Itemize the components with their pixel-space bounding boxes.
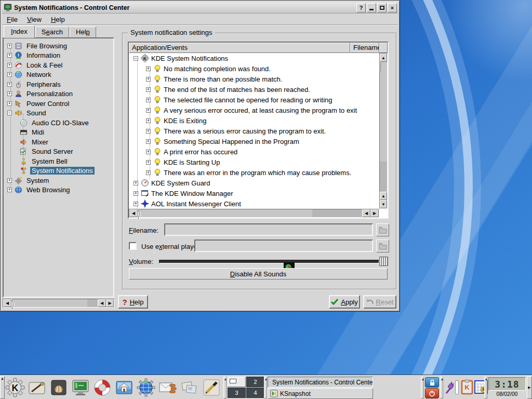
expander-icon[interactable]: + [7,53,12,58]
sidebar-item-look-feel[interactable]: + Look & Feel [4,60,113,70]
expander-icon[interactable]: + [7,101,12,106]
expander-icon[interactable]: + [146,108,151,113]
event-row[interactable]: + Something Special Happened in the Prog… [129,136,379,147]
sidebar-item-mixer[interactable]: Mixer [4,137,113,147]
konqueror-button[interactable] [136,377,156,398]
expander-icon[interactable]: + [146,150,151,154]
app-row-window-manager[interactable]: + The KDE Window Manager [129,188,379,198]
expander-icon[interactable]: + [7,63,12,68]
pen-button[interactable] [201,377,222,398]
minimize-button[interactable] [367,3,376,12]
event-row[interactable]: + KDE is Exiting [129,115,379,126]
expander-icon[interactable]: + [7,188,12,192]
scroll-up-button[interactable]: ▲ [380,54,387,62]
pager-desktop-3[interactable]: 3 [228,388,246,398]
sidebar-horizontal-scrollbar[interactable]: ◀ ◀ ▶ [3,299,114,308]
tab-search[interactable]: Search [35,26,69,38]
maximize-button[interactable] [377,3,387,12]
panel-hide-right-button[interactable]: ▶ [527,376,532,399]
sidebar-item-peripherals[interactable]: + Peripherals [4,79,113,89]
pager-desktop-4[interactable]: 4 [246,388,264,398]
sidebar-item-midi[interactable]: Midi [4,128,113,138]
expander-icon[interactable]: + [7,82,12,87]
scroll-left-button-2[interactable]: ◀ [98,299,106,307]
list-root-kde-system-notifications[interactable]: − K KDE System Notifications [129,53,379,63]
panel-hide-left-button[interactable]: ▲ [0,376,5,399]
konsole-button[interactable] [48,377,69,398]
scroll-left-button-2[interactable]: ◀ [362,209,370,217]
reset-button[interactable]: Reset [363,295,396,309]
tab-help[interactable]: Help [70,26,96,38]
column-filename[interactable]: Filename [350,43,379,53]
expander-icon[interactable]: + [146,139,151,144]
expander-icon[interactable]: + [7,44,12,48]
event-row[interactable]: + There is more than one possible match. [129,74,379,84]
scrollbar-thumb[interactable] [11,299,12,309]
scroll-up-button-2[interactable]: ▲ [380,192,387,200]
disable-all-sounds-button[interactable]: Disable All Sounds [129,268,388,280]
sidebar-item-power-control[interactable]: + Power Control [4,99,113,109]
k-menu-button[interactable]: K [5,377,25,398]
lock-screen-button[interactable] [425,377,439,388]
home-folder-button[interactable] [114,377,135,398]
collapse-icon[interactable]: − [7,111,12,115]
scrollbar-thumb[interactable] [380,61,381,71]
sidebar-item-sound-server[interactable]: Sound Server [4,147,113,157]
expander-icon[interactable]: + [146,98,151,102]
event-row[interactable]: + A very serious error occured, at least… [129,105,379,115]
close-button[interactable]: × [388,3,397,12]
menu-file[interactable]: File [2,15,22,24]
volume-slider-handle[interactable] [379,257,388,266]
menu-view[interactable]: View [22,15,46,24]
column-application-events[interactable]: Application/Events [129,43,350,53]
scrollbar-thumb[interactable] [138,209,139,219]
expander-icon[interactable]: + [146,77,151,82]
pager-desktop-1[interactable] [228,377,246,387]
mail-button[interactable] [157,377,178,398]
sidebar-item-network[interactable]: + Network [4,70,113,80]
scrollbar-track[interactable] [380,162,387,192]
logout-button[interactable] [425,388,439,398]
list-horizontal-scrollbar[interactable]: ◀ ◀ ▶ [129,209,379,218]
event-row[interactable]: + KDE is Starting Up [129,157,379,167]
sidebar-item-audio-cd[interactable]: Audio CD IO-Slave [4,118,113,128]
stamps-button[interactable] [179,377,200,398]
expander-icon[interactable]: + [146,170,151,175]
event-row[interactable]: + There was a serious error causing the … [129,126,379,136]
sidebar-item-system-notifications[interactable]: System Notifications [4,166,113,176]
expander-icon[interactable]: + [7,72,12,77]
sidebar-item-information[interactable]: + i Information [4,51,113,61]
display-settings-button[interactable] [70,377,91,398]
expander-icon[interactable]: + [7,178,12,183]
applet-handle[interactable]: ▲ [440,377,443,398]
expander-icon[interactable]: + [146,160,151,165]
help-launcher-button[interactable] [92,377,113,398]
apply-button[interactable]: Apply [329,295,360,309]
tray-separator-bar[interactable] [455,380,459,394]
sidebar-item-system-bell[interactable]: System Bell [4,156,113,166]
scroll-right-button[interactable]: ▶ [370,209,379,217]
task-button-control-center[interactable]: System Notifications - Control Cente [268,377,373,388]
applet-handle[interactable]: ▲ [264,377,267,398]
expander-icon[interactable]: + [134,181,138,185]
applet-handle[interactable]: ▲ [421,377,424,398]
pager-desktop-2[interactable]: 2 [246,377,264,387]
tray-plug-icon[interactable] [444,380,455,397]
expander-icon[interactable]: + [146,118,151,123]
collapse-icon[interactable]: − [134,56,138,61]
expander-icon[interactable]: + [146,129,151,134]
tray-klipper-icon[interactable]: K [461,379,473,397]
help-button[interactable]: ? Help [118,295,148,309]
event-row[interactable]: + No matching completion was found. [129,63,379,74]
scrollbar-track[interactable] [312,209,362,217]
sidebar-item-system[interactable]: + System [4,176,113,185]
volume-slider-groove[interactable] [159,260,379,263]
expander-icon[interactable]: + [146,87,151,92]
external-player-input[interactable] [194,240,373,252]
expander-icon[interactable]: + [134,202,138,206]
event-row[interactable]: + The end of the list of matches has bee… [129,84,379,95]
expander-icon[interactable]: + [7,91,12,96]
sidebar-item-sound[interactable]: − Sound [4,109,113,118]
use-external-player-checkbox[interactable] [129,242,137,250]
app-row-system-guard[interactable]: + KDE System Guard [129,178,379,188]
